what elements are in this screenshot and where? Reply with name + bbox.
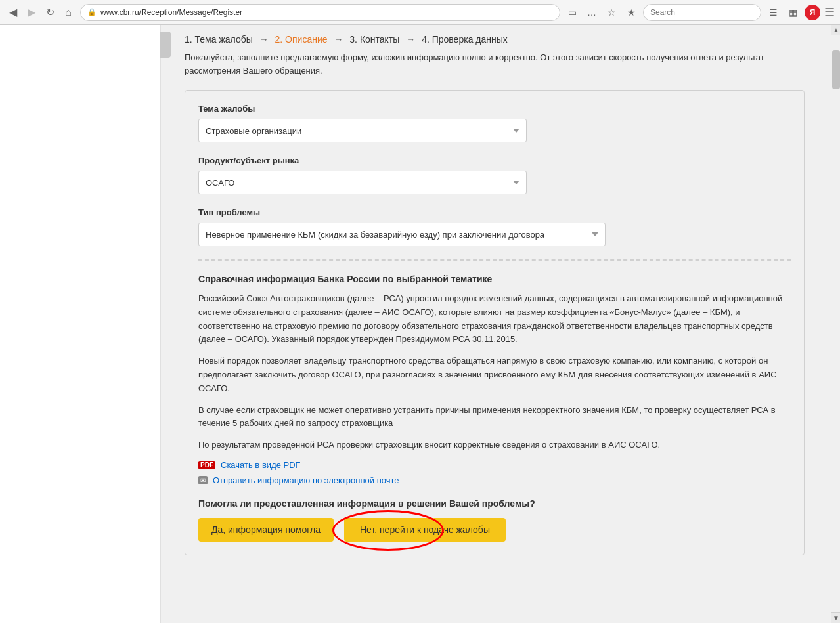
reference-paragraph3: В случае если страховщик не может операт… bbox=[198, 404, 791, 431]
sidebar-handle[interactable] bbox=[160, 32, 171, 58]
security-icon: 🔒 bbox=[87, 8, 97, 16]
reference-paragraph1: Российский Союз Автостраховщиков (далее … bbox=[198, 292, 791, 347]
reference-paragraph4: По результатам проведенной РСА проверки … bbox=[198, 439, 791, 452]
help-question-rest: Вашей проблемы? bbox=[449, 498, 535, 509]
nav-buttons: ◀ ▶ ↻ ⌂ bbox=[5, 5, 76, 20]
problem-group: Тип проблемы Неверное применение КБМ (ск… bbox=[198, 207, 791, 246]
product-label: Продукт/субъект рынка bbox=[198, 156, 791, 165]
main-content-area: ▲ ▼ 1. Тема жалобы → 2. Описание → 3. Ко… bbox=[161, 25, 840, 623]
yes-button[interactable]: Да, информация помогла bbox=[198, 518, 334, 542]
scroll-down-button[interactable]: ▼ bbox=[831, 612, 840, 623]
sidebar-toggle[interactable]: ▦ bbox=[785, 5, 801, 20]
page-layout: ▲ ▼ 1. Тема жалобы → 2. Описание → 3. Ко… bbox=[0, 25, 840, 623]
help-section: Помогла ли предоставленная информация в … bbox=[198, 498, 791, 542]
address-bar[interactable]: 🔒 www.cbr.ru/Reception/Message/Register bbox=[80, 4, 560, 21]
topic-group: Тема жалобы Страховые организации bbox=[198, 104, 791, 142]
email-link-text: Отправить информацию по электронной почт… bbox=[213, 475, 399, 485]
arrow2: → bbox=[334, 34, 343, 45]
email-icon: ✉ bbox=[198, 476, 208, 484]
scrollbar[interactable]: ▲ ▼ bbox=[831, 25, 840, 623]
search-input[interactable] bbox=[643, 4, 761, 21]
reference-title: Справочная информация Банка России по вы… bbox=[198, 274, 791, 284]
help-buttons-row: Да, информация помогла Нет, перейти к по… bbox=[198, 518, 791, 542]
home-button[interactable]: ⌂ bbox=[60, 5, 76, 20]
more-button[interactable]: … bbox=[584, 5, 600, 20]
no-button[interactable]: Нет, перейти к подаче жалобы bbox=[344, 518, 506, 542]
email-send-link[interactable]: ✉ Отправить информацию по электронной по… bbox=[198, 475, 791, 485]
reader-view-button[interactable]: ▭ bbox=[564, 5, 580, 20]
yandex-account-icon[interactable]: Я bbox=[805, 5, 820, 20]
breadcrumb: 1. Тема жалобы → 2. Описание → 3. Контак… bbox=[185, 25, 805, 51]
arrow3: → bbox=[406, 34, 415, 45]
step1-label: 1. Тема жалобы bbox=[185, 34, 253, 45]
no-button-wrapper: Нет, перейти к подаче жалобы bbox=[344, 518, 506, 542]
product-select[interactable]: ОСАГО bbox=[198, 171, 527, 194]
step2-label: 2. Описание bbox=[275, 34, 328, 45]
help-question: Помогла ли предоставленная информация в … bbox=[198, 498, 791, 509]
scrollbar-thumb[interactable] bbox=[832, 50, 840, 89]
refresh-button[interactable]: ↻ bbox=[42, 5, 58, 20]
content-area: 1. Тема жалобы → 2. Описание → 3. Контак… bbox=[171, 25, 818, 569]
bookmark-button[interactable]: ☆ bbox=[604, 5, 619, 20]
problem-label: Тип проблемы bbox=[198, 207, 791, 217]
browser-chrome: ◀ ▶ ↻ ⌂ 🔒 www.cbr.ru/Reception/Message/R… bbox=[0, 0, 840, 25]
problem-select[interactable]: Неверное применение КБМ (скидки за безав… bbox=[198, 223, 606, 246]
step4-label: 4. Проверка данных bbox=[422, 34, 508, 45]
scroll-up-button[interactable]: ▲ bbox=[831, 25, 840, 35]
topic-label: Тема жалобы bbox=[198, 104, 791, 114]
back-button[interactable]: ◀ bbox=[5, 5, 21, 20]
library-icon[interactable]: ☰ bbox=[765, 5, 781, 20]
reference-paragraph2: Новый порядок позволяет владельцу трансп… bbox=[198, 354, 791, 395]
browser-menu-button[interactable]: ☰ bbox=[824, 5, 835, 20]
pdf-badge: PDF bbox=[198, 461, 215, 469]
arrow1: → bbox=[259, 34, 269, 45]
forward-button[interactable]: ▶ bbox=[24, 5, 39, 20]
browser-right-controls: ▭ … ☆ ★ ☰ ▦ Я ☰ bbox=[564, 4, 835, 21]
pdf-download-link[interactable]: PDF Скачать в виде PDF bbox=[198, 460, 791, 470]
reference-section: Справочная информация Банка России по вы… bbox=[198, 274, 791, 542]
sidebar-area bbox=[0, 25, 161, 623]
star-button[interactable]: ★ bbox=[623, 5, 639, 20]
url-text: www.cbr.ru/Reception/Message/Register bbox=[100, 8, 242, 17]
description-text: Пожалуйста, заполните предлагаемую форму… bbox=[185, 51, 805, 77]
pdf-link-text: Скачать в виде PDF bbox=[221, 460, 300, 470]
help-question-strikethrough: Помогла ли предоставленная информация в … bbox=[198, 498, 449, 509]
form-container: Тема жалобы Страховые организации Продук… bbox=[185, 90, 805, 555]
step3-label: 3. Контакты bbox=[349, 34, 399, 45]
topic-select[interactable]: Страховые организации bbox=[198, 119, 527, 142]
product-group: Продукт/субъект рынка ОСАГО bbox=[198, 156, 791, 194]
section-divider bbox=[198, 259, 791, 261]
